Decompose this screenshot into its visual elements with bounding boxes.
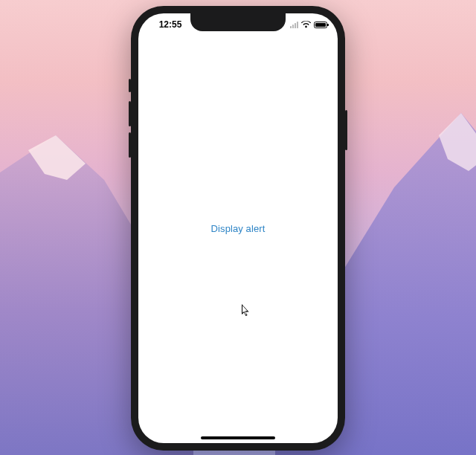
device-volume-up-button xyxy=(129,101,131,126)
display-alert-button[interactable]: Display alert xyxy=(211,223,266,234)
device-power-button xyxy=(345,110,347,150)
device-frame: 12:55 Display alert xyxy=(131,6,345,451)
app-content: Display alert xyxy=(138,13,338,443)
device-screen: 12:55 Display alert xyxy=(138,13,338,443)
home-indicator[interactable] xyxy=(201,436,275,439)
device-volume-down-button xyxy=(129,132,131,158)
device-mute-switch xyxy=(129,79,131,92)
